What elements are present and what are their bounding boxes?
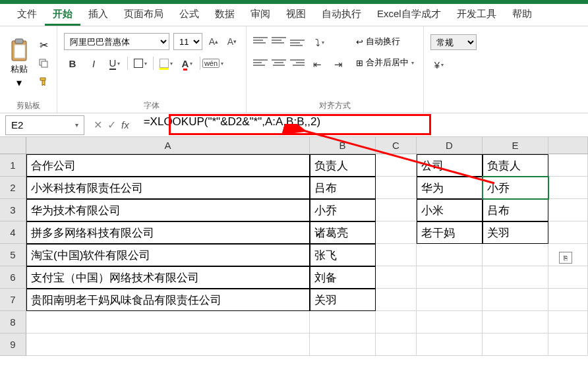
merge-button[interactable]: ⊞ 合并后居中 ▾ [353,55,417,70]
tab-formulas[interactable]: 公式 [171,4,207,26]
cell[interactable] [548,221,588,244]
row-header[interactable]: 2 [0,177,26,199]
font-size-select[interactable]: 11 [173,33,202,50]
col-header-E[interactable]: E [483,137,548,154]
cell[interactable] [376,311,417,334]
font-color-button[interactable]: A▾ [179,55,196,71]
chevron-down-icon[interactable]: ▾ [75,121,78,129]
tab-developer[interactable]: 开发工具 [449,4,504,26]
select-all-corner[interactable] [0,137,26,154]
cell[interactable] [548,177,588,199]
col-header-B[interactable]: B [310,137,376,154]
cell[interactable]: 负责人 [483,154,548,177]
row-header[interactable]: 5 [0,244,26,266]
cut-icon[interactable]: ✂ [37,38,50,51]
cell[interactable] [376,289,417,311]
phonetic-button[interactable]: wén▾ [204,55,221,71]
tab-data[interactable]: 数据 [207,4,243,26]
row-header[interactable]: 9 [0,334,26,356]
align-center-icon[interactable] [272,57,286,69]
cell[interactable]: 贵阳南明老干妈风味食品有限责任公司 [26,289,310,311]
row-header[interactable]: 4 [0,221,26,244]
cell[interactable]: 小米 [417,199,483,221]
tab-help[interactable]: 帮助 [504,4,540,26]
decrease-indent-icon[interactable]: ⇤ [309,57,326,72]
cell[interactable] [548,334,588,356]
cell[interactable] [548,289,588,311]
cell[interactable]: 公司 [417,154,483,177]
tab-home[interactable]: 开始 [45,4,80,26]
row-header[interactable]: 3 [0,199,26,221]
cell[interactable] [26,334,310,356]
col-header-C[interactable]: C [376,137,417,154]
tab-review[interactable]: 审阅 [243,4,278,26]
align-bottom-icon[interactable] [290,34,305,46]
tab-layout[interactable]: 页面布局 [116,4,171,26]
cell[interactable] [376,334,417,356]
number-format-select[interactable]: 常规 [430,34,477,50]
cell[interactable] [548,154,588,177]
row-header[interactable]: 8 [0,311,26,334]
fx-icon[interactable]: fx [121,119,129,130]
row-header[interactable]: 1 [0,154,26,177]
align-middle-icon[interactable] [272,34,286,46]
cell[interactable]: 张飞 [310,244,376,266]
cell[interactable] [26,311,310,334]
align-top-icon[interactable] [253,34,268,46]
cell[interactable] [376,221,417,244]
wrap-text-button[interactable]: ↩ 自动换行 [353,34,417,49]
bold-button[interactable]: B [64,55,81,71]
cell[interactable] [548,266,588,289]
name-box[interactable]: E2 ▾ [5,115,84,135]
decrease-font-icon[interactable]: A▾ [225,34,239,49]
cell[interactable]: 关羽 [483,221,548,244]
underline-button[interactable]: U▾ [106,55,123,71]
copy-icon[interactable] [37,57,50,70]
align-right-icon[interactable] [290,57,305,69]
tab-automate[interactable]: 自动执行 [314,4,369,26]
cell[interactable] [417,334,483,356]
cell[interactable] [548,199,588,221]
enter-formula-icon[interactable]: ✓ [107,119,116,131]
cell[interactable]: 支付宝（中国）网络技术有限公司 [26,266,310,289]
cell[interactable]: 吕布 [483,199,548,221]
cell[interactable]: 小米科技有限责任公司 [26,177,310,199]
cell[interactable]: 老干妈 [417,221,483,244]
cell[interactable]: 吕布 [310,177,376,199]
cell[interactable]: 华为技术有限公司 [26,199,310,221]
cell[interactable] [376,154,417,177]
border-button[interactable]: ▾ [132,55,149,71]
row-header[interactable]: 6 [0,266,26,289]
tab-file[interactable]: 文件 [9,4,45,26]
cell[interactable]: 淘宝(中国)软件有限公司 [26,244,310,266]
cell[interactable]: 小乔 [310,199,376,221]
fill-color-button[interactable]: ▾ [158,55,175,71]
tab-view[interactable]: 视图 [278,4,314,26]
tab-insert[interactable]: 插入 [80,4,116,26]
cell[interactable] [376,244,417,266]
cell[interactable] [376,199,417,221]
tab-custom[interactable]: Excel自学成才 [369,4,449,26]
cell[interactable] [483,244,548,266]
cell[interactable] [310,334,376,356]
italic-button[interactable]: I [85,55,102,71]
cell[interactable] [376,177,417,199]
cell[interactable] [548,311,588,334]
cell[interactable]: 拼多多网络科技有限公司 [26,221,310,244]
cell[interactable] [310,311,376,334]
paste-button[interactable]: 粘贴 ▾ [7,37,32,90]
cell[interactable]: 诸葛亮 [310,221,376,244]
cell[interactable]: 小乔 [483,177,548,199]
cell[interactable] [417,311,483,334]
cell[interactable] [483,289,548,311]
currency-button[interactable]: ¥▾ [430,57,448,72]
cell[interactable] [483,266,548,289]
increase-indent-icon[interactable]: ⇥ [330,57,347,72]
cell[interactable]: 刘备 [310,266,376,289]
cell[interactable] [376,266,417,289]
cell[interactable]: 负责人 [310,154,376,177]
cancel-formula-icon[interactable]: ✕ [94,119,102,131]
row-header[interactable]: 7 [0,289,26,311]
cell[interactable] [417,289,483,311]
format-painter-icon[interactable] [37,75,50,88]
